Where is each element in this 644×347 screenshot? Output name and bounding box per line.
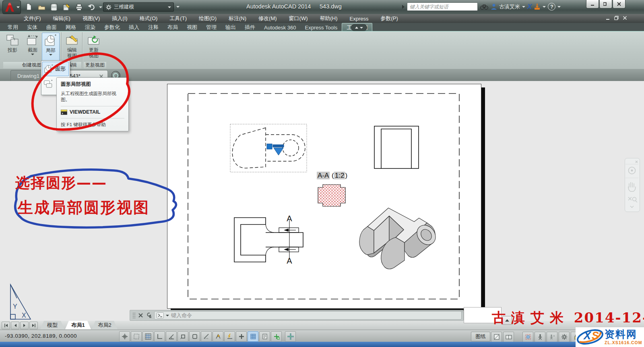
doc-close-icon[interactable]: [623, 16, 627, 20]
command-bar-grip[interactable]: [132, 312, 136, 319]
menu-help[interactable]: 帮助(H): [314, 15, 344, 22]
menu-dimension[interactable]: 标注(N): [223, 15, 252, 22]
tab-layout[interactable]: 布局: [163, 23, 182, 31]
view-top-right[interactable]: [374, 126, 419, 168]
tab-autodesk360[interactable]: Autodesk 360: [260, 23, 301, 31]
qat-overflow-caret-icon[interactable]: [176, 6, 180, 8]
infer-constraints-toggle[interactable]: [119, 331, 130, 342]
otrack-toggle[interactable]: [201, 331, 212, 342]
tab-view[interactable]: 视图: [182, 23, 202, 31]
search-binoculars-icon[interactable]: [480, 4, 489, 10]
layout2-tab[interactable]: 布局2: [92, 321, 118, 329]
osnap-toggle[interactable]: [178, 331, 188, 342]
search-input[interactable]: [407, 2, 478, 11]
plot-button[interactable]: [74, 2, 84, 12]
view-top-selected[interactable]: [230, 124, 307, 172]
projection-view-button[interactable]: 投影: [3, 33, 22, 61]
minimize-button[interactable]: [586, 0, 599, 8]
annotation-visibility-button[interactable]: [522, 332, 533, 342]
tab-mesh[interactable]: 网格: [61, 23, 80, 31]
prev-layout-button[interactable]: [11, 322, 19, 329]
polar-tracking-toggle[interactable]: [166, 331, 177, 342]
osnap-3d-toggle[interactable]: [189, 331, 200, 342]
section-view-button[interactable]: 截面: [23, 33, 42, 61]
menu-tools[interactable]: 工具(T): [163, 15, 193, 22]
menu-parameters[interactable]: 参数(P): [375, 15, 404, 22]
tab-output[interactable]: 输出: [221, 23, 240, 31]
autodesk360-icon[interactable]: [534, 3, 541, 10]
menu-view[interactable]: 视图(V): [76, 15, 106, 22]
command-input[interactable]: 键入命令: [154, 311, 462, 320]
tab-render[interactable]: 渲染: [80, 23, 100, 31]
save-as-button[interactable]: [62, 2, 71, 12]
exchange-apps-icon[interactable]: X: [527, 3, 532, 11]
annotation-monitor-toggle[interactable]: [285, 331, 296, 342]
a360-caret-icon[interactable]: [543, 6, 546, 8]
layout1-tab[interactable]: 布局1: [65, 321, 91, 329]
menu-file[interactable]: 文件(F): [18, 15, 47, 22]
view-front[interactable]: [234, 218, 303, 262]
new-file-button[interactable]: [24, 2, 34, 12]
workspace-gear-button[interactable]: [559, 332, 570, 342]
tab-home[interactable]: 常用: [3, 23, 23, 31]
workspace-switcher[interactable]: 三维建模: [103, 2, 174, 12]
tab-surface[interactable]: 曲面: [42, 23, 61, 31]
undo-caret-icon[interactable]: [99, 6, 102, 8]
update-view-button[interactable]: 更新 视图: [84, 33, 104, 61]
ribbon-minimize-button[interactable]: [351, 24, 367, 31]
tab-solid[interactable]: 实体: [23, 23, 42, 31]
last-layout-button[interactable]: [29, 322, 38, 329]
paper-model-toggle[interactable]: 图纸: [471, 332, 490, 341]
restore-button[interactable]: [599, 0, 612, 8]
grid-display-toggle[interactable]: [142, 331, 153, 342]
model-tab[interactable]: 模型: [40, 321, 64, 329]
tab-annotate[interactable]: 注释: [144, 23, 163, 31]
menu-format[interactable]: 格式(O): [134, 15, 164, 22]
recent-commands-caret-icon[interactable]: [166, 315, 169, 316]
command-line-bar[interactable]: 键入命令: [130, 310, 464, 321]
doc-minimize-icon[interactable]: [606, 16, 610, 20]
detail-view-button[interactable]: 局部: [42, 33, 60, 62]
tab-insert[interactable]: 插入: [124, 23, 144, 31]
open-file-button[interactable]: [37, 2, 46, 12]
menu-window[interactable]: 窗口(W): [283, 15, 314, 22]
autoscale-button[interactable]: [535, 332, 545, 342]
snap-mode-toggle[interactable]: [131, 331, 142, 342]
command-close-icon[interactable]: [138, 313, 143, 318]
close-button[interactable]: [613, 0, 625, 8]
grip-flip-arrow[interactable]: [273, 145, 284, 155]
undo-button[interactable]: [87, 2, 96, 12]
save-button[interactable]: [49, 2, 59, 12]
navigation-bar[interactable]: [625, 158, 640, 212]
dynamic-ucs-toggle[interactable]: [213, 331, 223, 342]
doc-restore-icon[interactable]: [614, 16, 619, 20]
section-view-hatched[interactable]: [318, 185, 345, 206]
quick-properties-toggle[interactable]: [259, 331, 270, 342]
next-layout-button[interactable]: [20, 322, 29, 329]
tab-plugins[interactable]: 插件: [240, 23, 260, 31]
quick-view-drawings-button[interactable]: [503, 332, 514, 342]
view-isometric[interactable]: [359, 208, 440, 269]
tab-express-tools[interactable]: Express Tools: [301, 23, 342, 31]
infocenter-expand-icon[interactable]: [402, 4, 405, 9]
grip-square[interactable]: [267, 144, 272, 149]
edit-view-button[interactable]: 编辑 视图: [63, 33, 81, 61]
section-view-label[interactable]: A-A (1:2): [317, 172, 347, 180]
help-caret-icon[interactable]: [557, 6, 561, 8]
menu-express[interactable]: Express: [344, 16, 375, 22]
customize-wrench-icon[interactable]: [146, 312, 152, 318]
menu-insert[interactable]: 插入(I): [106, 15, 133, 22]
tab-parametric[interactable]: 参数化: [100, 23, 124, 31]
user-caret-icon[interactable]: [522, 6, 525, 8]
menu-draw[interactable]: 绘图(D): [193, 15, 223, 22]
annotation-scale-button[interactable]: [547, 332, 557, 342]
signed-in-user[interactable]: 古滇艾米: [499, 3, 520, 10]
application-menu-button[interactable]: [2, 0, 21, 14]
lineweight-toggle[interactable]: [236, 331, 247, 342]
help-icon[interactable]: ?: [548, 3, 555, 10]
first-layout-button[interactable]: [2, 322, 10, 329]
menu-edit[interactable]: 编辑(E): [47, 15, 76, 22]
selection-cycling-toggle[interactable]: [271, 331, 282, 342]
dynamic-input-toggle[interactable]: [224, 331, 235, 342]
tab-manage[interactable]: 管理: [202, 23, 221, 31]
